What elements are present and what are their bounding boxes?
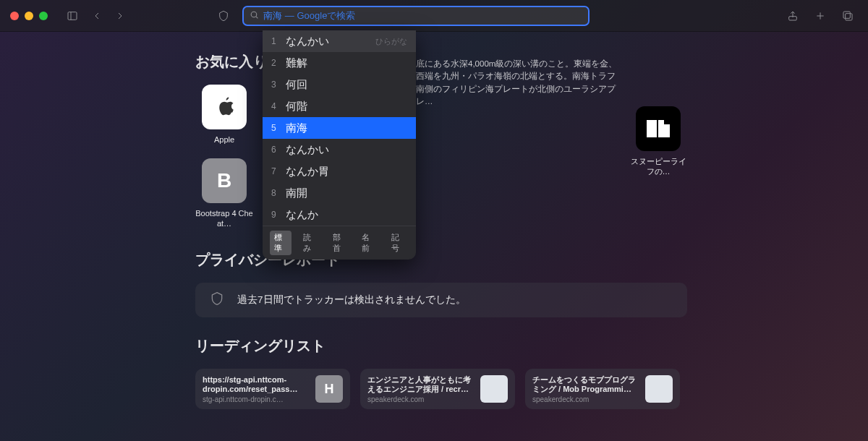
snoopy-icon [636,106,681,151]
favorite-label: Bootstrap 4 Cheat… [195,209,253,229]
favorite-label: スヌーピーライフの… [629,157,687,177]
sidebar-toggle-icon[interactable] [62,6,82,26]
svg-rect-8 [843,12,850,18]
close-window-button[interactable] [10,12,19,20]
reading-thumb: H [315,375,343,403]
reading-thumb [645,375,673,403]
tab-overview-icon[interactable] [838,6,858,26]
svg-rect-9 [647,120,657,137]
search-icon [250,9,259,22]
apple-icon [202,85,247,129]
reading-domain: stg-api.nttcom-dropin.c… [203,395,308,403]
ime-candidate-dropdown: 1 なんかい ひらがな 2 難解 3 何回 4 何階 5 南海 6 なんかい 7… [263,30,416,260]
ime-mode-tab[interactable]: 記号 [387,231,409,255]
ime-mode-tabs: 標準 読み 部首 名前 記号 [263,226,416,260]
svg-rect-7 [846,13,852,20]
reading-domain: speakerdeck.com [532,395,638,403]
reading-domain: speakerdeck.com [367,395,473,403]
ime-hiragana-hint: ひらがな [375,36,407,47]
ime-candidate[interactable]: 4 何階 [263,95,416,117]
back-button[interactable] [87,6,107,26]
search-term: 南海 [263,9,282,22]
reading-thumb [480,375,508,403]
definition-snippet: 底にある水深4,000m級の深い溝のこと。東端を金、西端を九州・パラオ海嶺の北端… [416,58,618,108]
ime-mode-tab[interactable]: 標準 [270,231,292,255]
fullscreen-window-button[interactable] [39,12,48,20]
minimize-window-button[interactable] [25,12,33,20]
reading-item[interactable]: エンジニアと人事がともに考えるエンジニア採用 / recr… speakerde… [360,369,515,409]
favorite-apple[interactable]: Apple [195,85,253,145]
ime-candidate-selected[interactable]: 5 南海 [263,117,416,139]
reading-heading: リーディングリスト [195,336,825,356]
reading-item[interactable]: チームをつくるモブプログラミング / Mob Programmi… speake… [525,369,680,409]
ime-mode-tab[interactable]: 読み [299,231,320,255]
ime-candidate[interactable]: 2 難解 [263,52,416,74]
svg-point-2 [251,12,257,17]
svg-rect-10 [658,124,670,137]
reading-title: チームをつくるモブプログラミング / Mob Programmi… [532,375,638,394]
ime-candidate[interactable]: 7 なんか胃 [263,160,416,182]
svg-line-3 [256,16,258,17]
privacy-shield-icon[interactable] [213,6,234,26]
reading-item[interactable]: https://stg-api.nttcom-dropin.com/reset_… [195,369,350,409]
ime-candidate[interactable]: 6 なんかい [263,139,416,160]
search-suffix: — Googleで検索 [285,9,356,22]
window-controls [10,12,48,20]
privacy-text: 過去7日間でトラッカーは検出されませんでした。 [237,294,466,307]
svg-rect-0 [68,12,77,20]
reading-title: https://stg-api.nttcom-dropin.com/reset_… [203,375,308,394]
favorite-label: Apple [195,135,253,145]
ime-candidate[interactable]: 8 南開 [263,182,416,204]
ime-mode-tab[interactable]: 名前 [357,231,379,255]
address-bar[interactable]: 南海 — Googleで検索 [242,6,590,26]
browser-toolbar: 南海 — Googleで検索 [0,0,868,32]
shield-icon [210,291,224,309]
address-text: 南海 — Googleで検索 [263,9,356,22]
letter-icon: B [202,158,247,203]
svg-rect-11 [658,120,664,124]
ime-mode-tab[interactable]: 部首 [328,231,350,255]
forward-button[interactable] [110,6,130,26]
ime-candidate[interactable]: 3 何回 [263,74,416,95]
ime-candidate[interactable]: 9 なんか [263,204,416,226]
privacy-report-card[interactable]: 過去7日間でトラッカーは検出されませんでした。 [195,283,687,317]
favorite-bootstrap[interactable]: B Bootstrap 4 Cheat… [195,158,253,229]
ime-candidate[interactable]: 1 なんかい ひらがな [263,30,416,52]
favorite-snoopy[interactable]: スヌーピーライフの… [629,106,687,177]
new-tab-icon[interactable] [810,6,830,26]
reading-title: エンジニアと人事がともに考えるエンジニア採用 / recr… [367,375,473,394]
share-icon[interactable] [783,6,803,26]
